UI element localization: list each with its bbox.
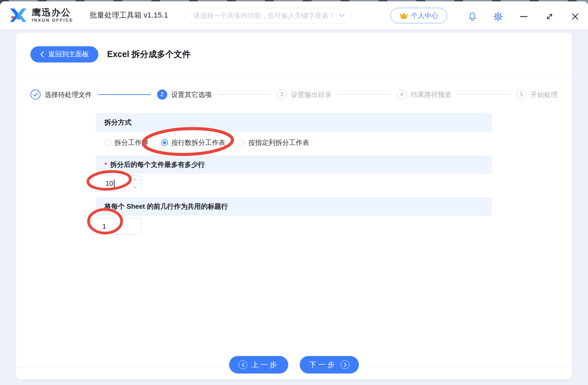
logo-text: 鹰迅办公 INXUN OFFICE [32,8,73,22]
back-button-label: 返回到主面板 [48,50,89,59]
app-title: 批量处理工具箱 v1.15.1 [90,10,168,20]
radio-label: 拆分工作簿 [115,138,148,147]
circle-chevron-left-icon [239,360,247,369]
step-connector [98,94,151,95]
close-icon[interactable] [570,11,581,22]
radio-split-workbook[interactable]: 拆分工作簿 [104,138,148,147]
bell-icon[interactable] [467,11,478,22]
step-2-label: 设置其它选项 [171,90,212,99]
function-search-select[interactable] [186,8,352,23]
step-5-circle: 5 [516,89,526,100]
step-1-circle [30,89,41,100]
brand-name-cn: 鹰迅办公 [32,8,73,17]
radio-unchecked-icon[interactable] [104,139,111,146]
radio-label: 按行数拆分工作表 [171,138,225,147]
header-rows-section-header: 将每个 Sheet 的前几行作为共用的标题行 [96,197,492,216]
step-3-label: 设置输出目录 [291,90,332,99]
gear-icon[interactable] [493,11,504,22]
radio-split-by-rows[interactable]: 按行数拆分工作表 [161,138,225,147]
step-4-result-preview: 4 结果路径预览 [397,89,451,100]
step-3-output-dir: 3 设置输出目录 [277,89,332,100]
header-rows-label: 将每个 Sheet 的前几行作为共用的标题行 [104,202,228,211]
step-2-circle: 2 [157,89,167,100]
step-1-select-files: 选择待处理文件 [30,89,92,100]
step-connector [338,94,391,95]
chevron-down-icon [339,14,345,18]
brand-name-en: INXUN OFFICE [32,18,73,23]
crown-icon [399,12,408,19]
number-spinner [128,176,141,191]
titlebar: 鹰迅办公 INXUN OFFICE 批量处理工具箱 v1.15.1 个人中心 [0,1,588,29]
circle-chevron-right-icon [341,360,349,369]
max-rows-text: 10 [105,180,113,187]
max-rows-number-input[interactable]: 10 [91,176,141,191]
next-step-button[interactable]: 下一步 [300,356,359,374]
prev-step-label: 上一步 [251,360,279,369]
step-5-label: 开始处理 [531,90,558,99]
step-4-circle: 4 [397,89,407,100]
spinner-up-button[interactable] [129,176,141,184]
main-panel: 返回到主面板 Excel 拆分成多个文件 选择待处理文件 2 设置其它选项 3 … [16,33,572,379]
radio-label: 按指定列拆分工作表 [248,138,309,147]
search-input[interactable] [193,12,335,20]
header-rows-input[interactable] [91,218,141,235]
radio-unchecked-icon[interactable] [238,139,245,146]
step-5-start-process: 5 开始处理 [516,89,558,100]
split-method-label: 拆分方式 [104,118,131,127]
check-icon [33,92,38,97]
minimize-icon[interactable] [518,11,529,22]
step-connector [218,94,271,95]
step-2-other-options: 2 设置其它选项 [157,89,212,100]
page-title: Excel 拆分成多个文件 [107,49,191,60]
maximize-icon[interactable] [544,11,555,22]
max-rows-label: 拆分后的每个文件最多有多少行 [110,160,205,169]
user-center-label: 个人中心 [411,11,438,20]
spinner-down-button[interactable] [129,184,141,191]
options-form: 拆分方式 拆分工作簿 按行数拆分工作表 按指定列拆分工作表 * 拆分后的每个文件… [96,113,492,235]
radio-checked-icon[interactable] [161,139,168,146]
titlebar-actions [467,3,581,30]
step-3-circle: 3 [277,89,287,100]
required-asterisk: * [104,161,107,169]
user-center-button[interactable]: 个人中心 [390,8,447,23]
chevron-up-icon [133,178,137,181]
chevron-left-icon [40,51,44,58]
logo-x-icon [9,6,28,24]
split-method-section-header: 拆分方式 [96,113,492,132]
next-step-label: 下一步 [309,360,337,369]
chevron-down-icon [133,186,137,188]
step-connector [458,94,511,95]
step-indicator: 选择待处理文件 2 设置其它选项 3 设置输出目录 4 结果路径预览 5 开始处… [16,76,572,100]
max-rows-value[interactable]: 10 [92,176,128,191]
app-logo: 鹰迅办公 INXUN OFFICE [9,6,73,24]
step-4-label: 结果路径预览 [411,90,451,99]
back-to-dashboard-button[interactable]: 返回到主面板 [30,46,98,62]
max-rows-section-header: * 拆分后的每个文件最多有多少行 [96,155,492,174]
wizard-nav-buttons: 上一步 下一步 [16,356,572,374]
radio-split-by-column[interactable]: 按指定列拆分工作表 [238,138,309,147]
text-caret [114,180,115,187]
step-1-label: 选择待处理文件 [45,90,92,99]
split-method-options: 拆分工作簿 按行数拆分工作表 按指定列拆分工作表 [104,137,492,148]
prev-step-button[interactable]: 上一步 [229,356,288,374]
panel-header: 返回到主面板 Excel 拆分成多个文件 [16,33,572,76]
